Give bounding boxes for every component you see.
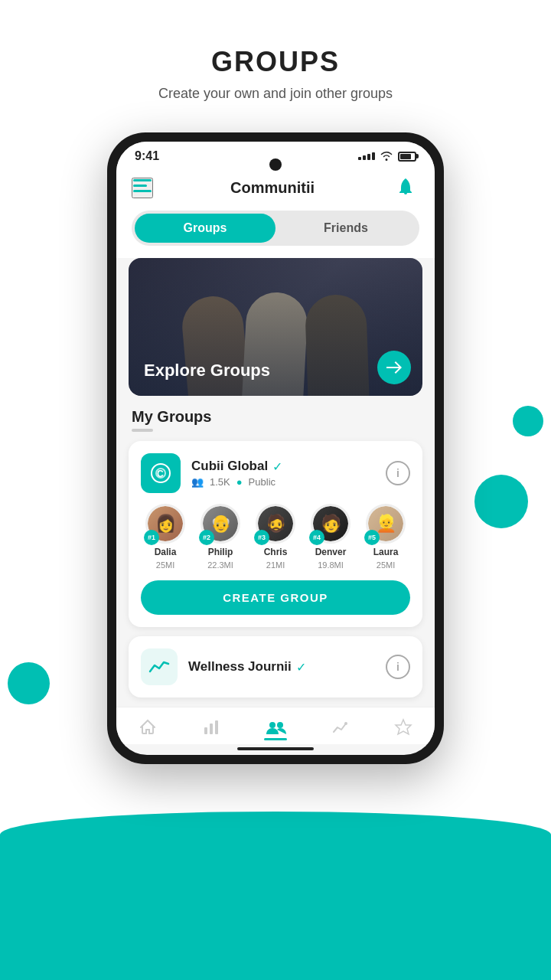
- stats-icon: [202, 718, 220, 737]
- cubii-group-type: Public: [249, 476, 276, 488]
- nav-groups[interactable]: [257, 716, 294, 739]
- svg-point-10: [344, 722, 347, 725]
- leader-5-name: Laura: [373, 547, 399, 557]
- leader-5-avatar-wrapper: 👱 #5: [366, 504, 406, 544]
- decorative-circle-top-right: [513, 406, 543, 436]
- hamburger-button[interactable]: [132, 178, 153, 198]
- leader-5-dist: 25MI: [377, 560, 395, 570]
- nav-activity[interactable]: [323, 715, 357, 740]
- groups-icon: [265, 719, 286, 736]
- tab-switcher: Groups Friends: [132, 211, 419, 246]
- leader-4: 🧑 #4 Denver 19.8MI: [311, 504, 350, 570]
- wifi-icon: [380, 150, 393, 163]
- battery-fill: [400, 154, 411, 159]
- cubii-group-header: C Cubii Global ✓ 👥 1.5K ● Public i: [141, 453, 410, 493]
- leader-1-avatar-wrapper: 👩 #1: [145, 504, 185, 544]
- nav-home[interactable]: [131, 715, 165, 740]
- members-icon: 👥: [191, 476, 204, 488]
- meta-dot: ●: [236, 476, 243, 488]
- svg-rect-7: [215, 720, 218, 734]
- app-header: Communitii: [116, 168, 435, 211]
- star-icon: [394, 718, 412, 737]
- phone-screen: 9:41: [116, 142, 435, 755]
- home-icon: [139, 718, 157, 737]
- leader-4-name: Denver: [315, 547, 347, 557]
- nav-favorites[interactable]: [386, 715, 420, 740]
- signal-bar-2: [363, 155, 366, 160]
- camera-notch: [269, 158, 282, 171]
- hero-banner: Explore Groups: [129, 258, 422, 396]
- page-header: GROUPS Create your own and join other gr…: [0, 0, 551, 117]
- status-bar: 9:41: [116, 142, 435, 168]
- explore-groups-button[interactable]: [377, 351, 411, 384]
- svg-rect-2: [133, 190, 152, 192]
- leader-4-dist: 19.8MI: [318, 560, 344, 570]
- cubii-group-card: C Cubii Global ✓ 👥 1.5K ● Public i: [129, 441, 422, 627]
- cubii-group-meta: 👥 1.5K ● Public: [191, 476, 375, 488]
- leader-2-dist: 22.3MI: [207, 560, 233, 570]
- create-group-button[interactable]: CREATE GROUP: [141, 580, 410, 615]
- leader-2-avatar-wrapper: 👴 #2: [201, 504, 240, 544]
- leader-2: 👴 #2 Philip 22.3MI: [201, 504, 240, 570]
- cubii-leaderboard-row: 👩 #1 Dalia 25MI 👴 #2 Philip 22: [141, 504, 410, 570]
- svg-point-8: [269, 722, 276, 728]
- leader-3-dist: 21MI: [266, 560, 285, 570]
- signal-bar-4: [372, 152, 375, 160]
- svg-rect-1: [133, 185, 147, 187]
- home-indicator: [237, 747, 314, 750]
- svg-point-9: [277, 722, 283, 728]
- bottom-nav: [116, 707, 435, 744]
- bell-button[interactable]: [392, 174, 419, 201]
- leader-1-dist: 25MI: [156, 560, 174, 570]
- wellness-group-name: Wellness Journii: [188, 659, 292, 675]
- svg-text:C: C: [157, 469, 164, 479]
- leader-4-rank: #4: [309, 530, 324, 545]
- wellness-group-info: Wellness Journii ✓: [188, 659, 375, 675]
- signal-bars-icon: [358, 152, 375, 160]
- tab-container: Groups Friends: [116, 211, 435, 258]
- decorative-circle-mid-left: [8, 662, 50, 704]
- leader-4-avatar-wrapper: 🧑 #4: [311, 504, 350, 544]
- leader-3-name: Chris: [264, 547, 288, 557]
- page-subtitle: Create your own and join other groups: [31, 86, 520, 102]
- leader-3-rank: #3: [254, 530, 269, 545]
- tab-groups[interactable]: Groups: [135, 214, 276, 243]
- nav-groups-active-indicator: [264, 738, 287, 740]
- cubii-verified-icon: ✓: [272, 459, 282, 474]
- leader-2-rank: #2: [199, 530, 214, 545]
- status-time: 9:41: [135, 149, 159, 163]
- svg-rect-5: [204, 727, 207, 734]
- wellness-verified-icon: ✓: [296, 660, 306, 675]
- wellness-name-row: Wellness Journii ✓: [188, 659, 375, 675]
- status-icons: [358, 150, 416, 163]
- leader-3: 🧔 #3 Chris 21MI: [256, 504, 295, 570]
- leader-5-rank: #5: [364, 530, 380, 545]
- cubii-group-name: Cubii Global: [191, 459, 268, 474]
- leader-2-name: Philip: [208, 547, 233, 557]
- section-indicator: [132, 429, 153, 432]
- activity-icon: [331, 718, 349, 737]
- decorative-teal-wave: [0, 812, 551, 980]
- wellness-info-button[interactable]: i: [386, 655, 410, 679]
- tab-friends[interactable]: Friends: [276, 214, 416, 243]
- my-groups-section-label: My Groups: [116, 408, 435, 429]
- nav-stats[interactable]: [194, 715, 228, 740]
- signal-bar-3: [367, 154, 370, 160]
- wellness-group-card: Wellness Journii ✓ i: [129, 636, 422, 697]
- leader-3-avatar-wrapper: 🧔 #3: [256, 504, 295, 544]
- cubii-info-button[interactable]: i: [386, 461, 410, 485]
- svg-marker-11: [396, 720, 411, 734]
- cubii-group-info: Cubii Global ✓ 👥 1.5K ● Public: [191, 459, 375, 488]
- decorative-circle-mid-right: [474, 475, 528, 528]
- page-title: GROUPS: [31, 46, 520, 78]
- leader-1-rank: #1: [144, 530, 159, 545]
- leader-1-name: Dalia: [155, 547, 177, 557]
- leader-5: 👱 #5 Laura 25MI: [366, 504, 406, 570]
- svg-rect-0: [133, 179, 152, 181]
- cubii-group-name-row: Cubii Global ✓: [191, 459, 375, 474]
- hero-text: Explore Groups: [144, 361, 270, 381]
- leader-1: 👩 #1 Dalia 25MI: [145, 504, 185, 570]
- wellness-group-logo: [141, 648, 178, 685]
- cubii-group-logo: C: [141, 453, 181, 493]
- phone-frame: 9:41: [107, 132, 444, 764]
